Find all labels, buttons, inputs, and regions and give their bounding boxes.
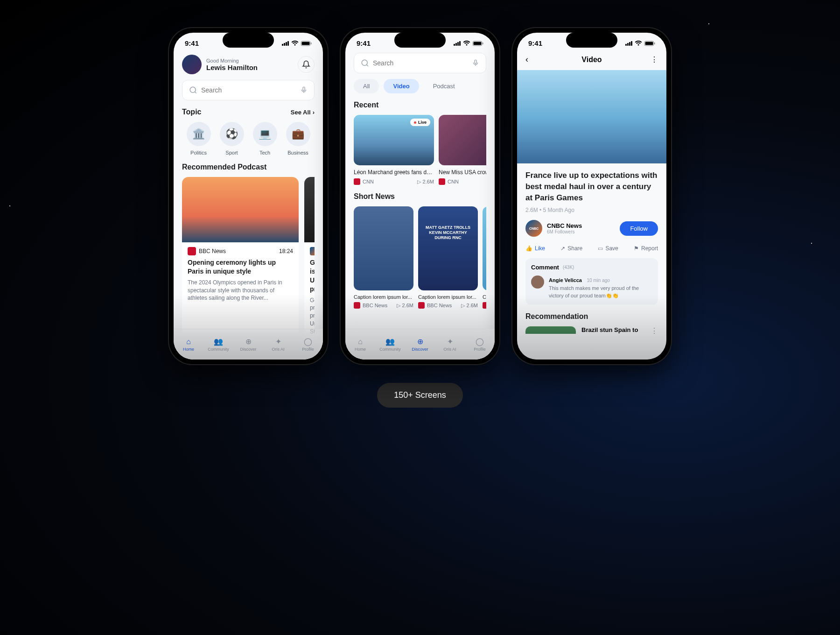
short-news-header: Short News: [354, 192, 395, 201]
signal-icon: [625, 41, 633, 46]
search-bar[interactable]: [182, 80, 315, 100]
svg-rect-11: [457, 42, 459, 46]
cnn-icon: [354, 178, 360, 185]
tab-profile[interactable]: ◯Profile: [293, 337, 323, 352]
short-thumbnail: [483, 206, 486, 290]
tab-bar: ⌂Home 👥Community ⊕Discover ✦Oris AI ◯Pro…: [174, 329, 323, 360]
svg-rect-21: [631, 41, 632, 46]
notifications-button[interactable]: [298, 56, 315, 73]
page-title: Video: [535, 56, 649, 64]
greeting-text: Good Morning: [206, 58, 258, 64]
share-button[interactable]: ↗Share: [560, 245, 582, 252]
more-icon[interactable]: ⋮: [651, 326, 658, 334]
topic-tech[interactable]: 💻Tech: [248, 122, 281, 155]
follow-button[interactable]: Follow: [620, 221, 658, 236]
comment-section[interactable]: Comment(43K) Angie Velicca 10 min ago Th…: [525, 258, 658, 305]
sport-icon: ⚽: [220, 122, 244, 146]
tab-community[interactable]: 👥Community: [203, 337, 233, 352]
short-card[interactable]: MATT GAETZ TROLLS KEVIN MCCARTHY DURING …: [418, 206, 478, 309]
short-card[interactable]: Capti: [483, 206, 486, 309]
topic-business[interactable]: 💼Business: [281, 122, 315, 155]
video-thumbnail: Live: [354, 115, 434, 165]
signal-icon: [454, 41, 461, 46]
community-icon: 👥: [203, 337, 233, 346]
user-greeting[interactable]: Good Morning Lewis Hamilton: [182, 55, 258, 74]
svg-point-7: [190, 87, 196, 92]
card-image: [182, 177, 299, 242]
svg-rect-18: [625, 44, 627, 46]
sparkle-icon: ✦: [435, 337, 465, 346]
chip-podcast[interactable]: Podcast: [424, 79, 464, 93]
tab-community[interactable]: 👥Community: [375, 337, 405, 352]
article-meta: 2.6M • 5 Month Ago: [525, 207, 658, 213]
author-name: CNBC News: [547, 222, 582, 229]
more-button[interactable]: ⋮: [649, 55, 658, 64]
chip-all[interactable]: All: [354, 79, 379, 93]
like-button[interactable]: 👍Like: [525, 245, 545, 252]
cnbc-logo[interactable]: CNBC: [525, 220, 542, 237]
recent-header: Recent: [354, 101, 378, 109]
avatar[interactable]: [182, 55, 202, 74]
share-icon: ↗: [560, 245, 565, 252]
globe-icon: ⊕: [405, 337, 435, 346]
person-icon: ◯: [465, 337, 495, 346]
short-thumbnail: MATT GAETZ TROLLS KEVIN MCCARTHY DURING …: [418, 206, 478, 290]
signal-icon: [282, 41, 289, 46]
tab-home[interactable]: ⌂Home: [345, 338, 375, 352]
flag-icon: ⚑: [634, 245, 639, 252]
svg-rect-6: [311, 42, 312, 44]
svg-rect-0: [282, 44, 283, 46]
phone-discover: 9:41 All Video Podcast Recent Live Léon …: [341, 28, 499, 364]
battery-icon: [472, 41, 483, 46]
comment-text: This match makes me very proud of the vi…: [549, 285, 652, 299]
card-image: [304, 177, 315, 242]
topic-sport[interactable]: ⚽Sport: [215, 122, 248, 155]
thumbs-up-icon: 👍: [525, 245, 532, 252]
topic-header: Topic: [182, 108, 201, 116]
save-button[interactable]: ▭Save: [598, 245, 618, 252]
tab-profile[interactable]: ◯Profile: [465, 337, 495, 352]
svg-rect-24: [654, 42, 655, 44]
svg-rect-2: [286, 42, 287, 46]
battery-icon: [644, 41, 655, 46]
search-input[interactable]: [201, 86, 296, 94]
svg-rect-3: [287, 41, 289, 46]
search-icon: [361, 59, 369, 67]
search-bar[interactable]: [354, 53, 486, 73]
svg-rect-15: [483, 42, 483, 44]
live-badge: Live: [410, 119, 430, 126]
podcast-card[interactable]: CNBC Gold is g US presi Gold price presi…: [304, 177, 315, 334]
status-time: 9:41: [185, 39, 199, 47]
mic-icon[interactable]: [300, 86, 308, 94]
search-icon: [189, 86, 197, 94]
tab-home[interactable]: ⌂Home: [174, 338, 203, 352]
card-title: Opening ceremony lights up Paris in uniq…: [182, 258, 299, 279]
topic-politics[interactable]: 🏛️Politics: [182, 122, 215, 155]
tab-discover[interactable]: ⊕Discover: [233, 337, 263, 352]
home-icon: ⌂: [174, 338, 203, 346]
short-thumbnail: [354, 206, 413, 290]
report-button[interactable]: ⚑Report: [634, 245, 658, 252]
video-card[interactable]: Live Léon Marchand greets fans during...…: [354, 115, 434, 185]
short-card[interactable]: Caption lorem ipsum lor... BBC News▷ 2.6…: [354, 206, 413, 309]
svg-rect-14: [474, 42, 482, 45]
tab-oris-ai[interactable]: ✦Oris AI: [263, 337, 293, 352]
tab-oris-ai[interactable]: ✦Oris AI: [435, 337, 465, 352]
commenter-name: Angie Velicca: [549, 277, 582, 283]
svg-rect-12: [459, 41, 461, 46]
search-input[interactable]: [373, 59, 468, 67]
hero-video[interactable]: [517, 70, 666, 163]
video-card[interactable]: New Miss USA crowned, CNN: [439, 115, 486, 185]
chip-video[interactable]: Video: [384, 79, 419, 93]
mic-icon[interactable]: [472, 59, 479, 67]
wifi-icon: [463, 41, 470, 46]
podcast-card[interactable]: BBC News 18:24 Opening ceremony lights u…: [182, 177, 299, 334]
back-button[interactable]: ‹: [525, 55, 535, 64]
sparkle-icon: ✦: [263, 337, 293, 346]
tab-discover[interactable]: ⊕Discover: [405, 337, 435, 352]
recommendation-card[interactable]: Brazil stun Spain to set up women's Olym…: [525, 326, 658, 334]
screens-count-badge: 150+ Screens: [377, 383, 463, 408]
recommended-header: Recommended Podcast: [182, 163, 266, 171]
see-all-button[interactable]: See All›: [291, 109, 315, 116]
wifi-icon: [635, 41, 642, 46]
